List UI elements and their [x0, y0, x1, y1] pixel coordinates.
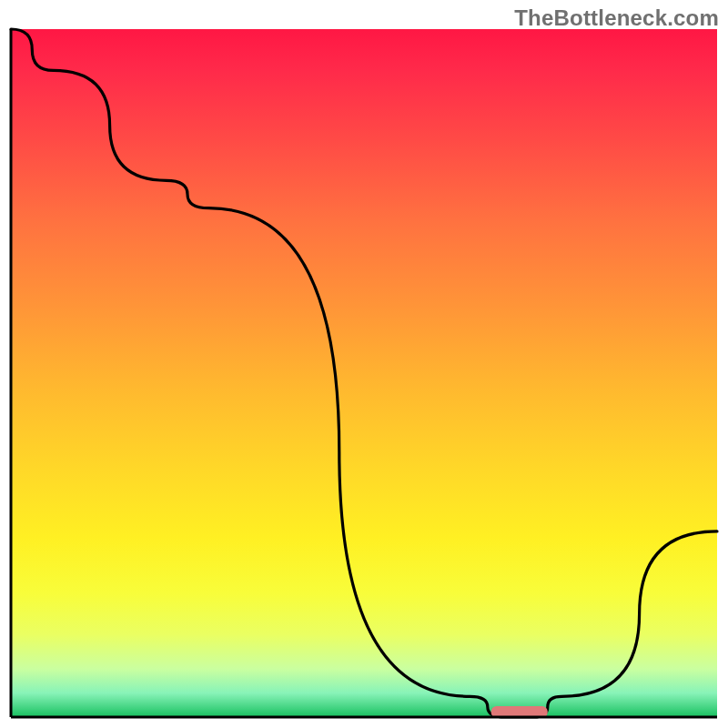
bottleneck-chart [0, 0, 728, 728]
gradient-background [11, 29, 717, 717]
chart-container: TheBottleneck.com [0, 0, 728, 728]
